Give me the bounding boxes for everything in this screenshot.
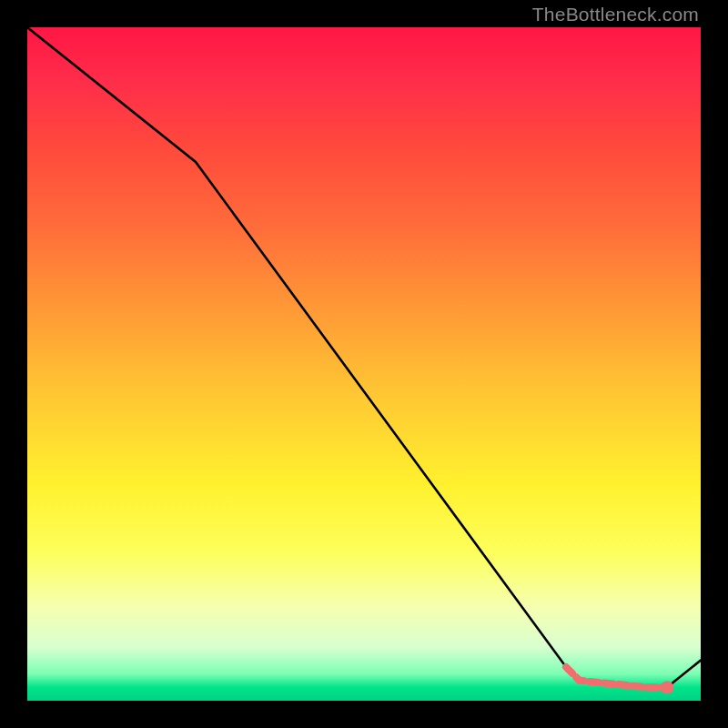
chart-frame: TheBottleneck.com <box>0 0 728 728</box>
watermark-text: TheBottleneck.com <box>532 4 699 25</box>
plot-background <box>27 27 701 701</box>
